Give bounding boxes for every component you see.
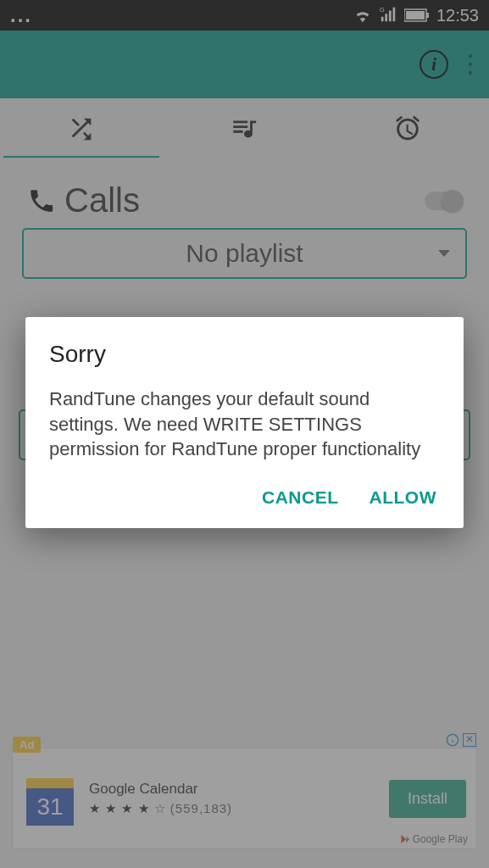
- dialog-title: Sorry: [49, 341, 440, 368]
- cancel-button[interactable]: CANCEL: [262, 487, 339, 508]
- permission-dialog: Sorry RandTune changes your default soun…: [25, 317, 464, 528]
- dialog-actions: CANCEL ALLOW: [49, 487, 440, 513]
- allow-button[interactable]: ALLOW: [370, 487, 436, 508]
- dialog-body: RandTune changes your default sound sett…: [49, 387, 440, 462]
